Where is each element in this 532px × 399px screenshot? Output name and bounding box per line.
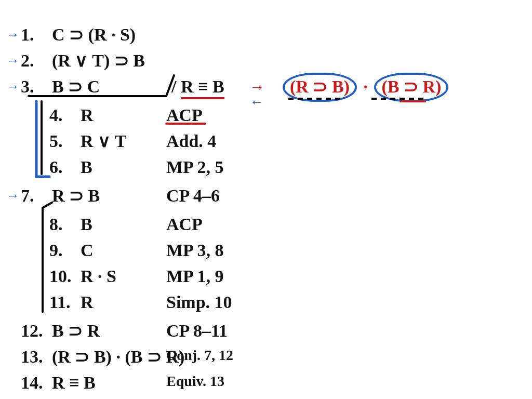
line-number: 11. [49,294,81,311]
proof-line-8: 8.BACP [49,216,195,233]
line-statement: B ⊃ C [52,78,166,96]
proof-page: → → → → 1.C ⊃ (R · S)2.(R ∨ T) ⊃ B3.B ⊃ … [0,0,532,399]
line-justification: MP 3, 8 [166,242,223,259]
line-justification: MP 2, 5 [166,158,223,176]
premise-arrow-1: → [6,27,20,43]
line-justification: Simp. 10 [166,294,232,311]
line-number: 1. [21,26,52,44]
line-number: 9. [49,242,81,259]
line-statement: (R ⊃ B) · (B ⊃ R) [52,348,166,366]
proof-line-7: 7.R ⊃ BCP 4–6 [21,187,166,205]
line-number: 4. [49,107,81,124]
line-justification: Conj. 7, 12 [166,348,233,363]
goal-rhs-left: (R ⊃ B) [283,73,357,102]
proof-line-14: 14.R ≡ BEquiv. 13 [21,374,166,392]
proof-line-1: 1.C ⊃ (R · S) [21,26,166,44]
line-statement: (R ∨ T) ⊃ B [52,52,166,70]
line-number: 13. [21,348,52,366]
line-number: 8. [49,216,81,233]
line-number: 5. [49,132,81,150]
line-justification: CP 4–6 [166,187,220,205]
goal-rhs-mid: · [363,77,368,96]
line-number: 14. [21,374,52,392]
line-number: 7. [21,187,52,205]
proof-line-12: 12.B ⊃ RCP 8–11 [21,322,166,340]
line-justification: CP 8–11 [166,322,228,340]
line-statement: B ⊃ R [52,322,166,340]
premise-arrow-2: → [6,53,20,69]
proof-line-4: 4.RACP [49,107,195,124]
goal-lhs-text: R ≡ B [181,77,224,99]
line-number: 2. [21,52,52,70]
proof-line-9: 9.CMP 3, 8 [49,242,195,259]
proof-line-10: 10.R · SMP 1, 9 [49,268,195,285]
premise-arrow-3: → [6,79,20,95]
line-justification: Equiv. 13 [166,374,224,389]
goal-rhs: (R ⊃ B) · (B ⊃ R) [281,73,450,102]
line-justification: ACP [166,216,203,233]
line-justification: Add. 4 [166,132,216,150]
premise-arrow-7: → [6,188,20,204]
proof-line-5: 5.R ∨ TAdd. 4 [49,132,195,150]
line-number: 3. [21,78,52,96]
line-statement: R ≡ B [52,374,166,392]
goal-arrow-left: ← [249,94,264,110]
line-justification: MP 1, 9 [166,268,223,285]
line-statement: C ⊃ (R · S) [52,26,166,44]
proof-line-2: 2.(R ∨ T) ⊃ B [21,52,166,70]
proof-line-11: 11.RSimp. 10 [49,294,195,311]
line-number: 6. [49,158,81,176]
line-number: 12. [21,322,52,340]
line-justification: ACP [166,107,203,124]
line-statement: R ⊃ B [52,187,166,205]
proof-line-13: 13.(R ⊃ B) · (B ⊃ R)Conj. 7, 12 [21,348,166,366]
goal-rhs-right: (B ⊃ R) [374,73,448,102]
goal-lhs: / R ≡ B [171,77,224,97]
line-number: 10. [49,268,81,285]
proof-line-3: 3.B ⊃ C [21,78,166,96]
goal-arrow-right: → [249,78,265,96]
proof-line-6: 6.BMP 2, 5 [49,158,195,176]
